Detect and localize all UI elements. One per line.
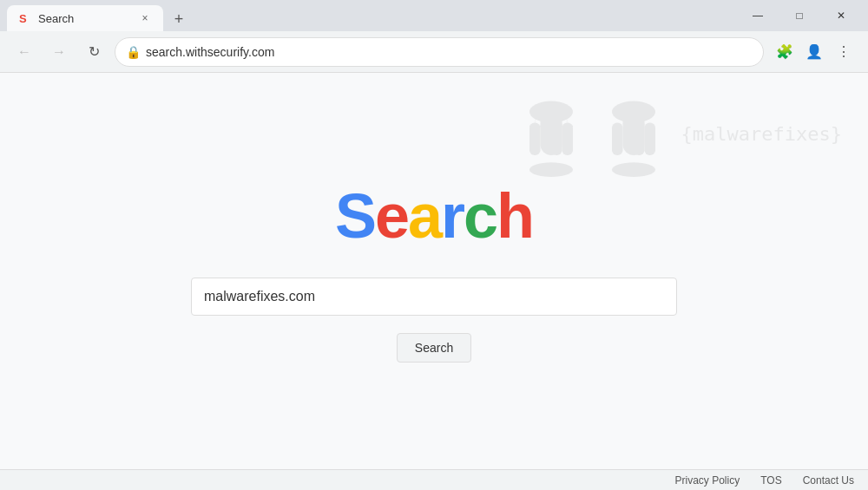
svg-rect-15 [634,119,645,155]
logo-letter-a: a [408,181,441,251]
svg-rect-3 [529,123,541,156]
logo-letter-h: h [496,181,533,251]
forward-icon: → [52,44,66,60]
svg-rect-4 [562,123,573,156]
svg-text:S: S [19,12,27,25]
tos-link[interactable]: TOS [760,474,781,487]
watermark: {malwarefixes} [512,90,842,177]
back-button[interactable]: ← [10,38,38,66]
svg-rect-12 [622,112,644,155]
account-button[interactable]: 👤 [800,38,828,66]
svg-point-16 [612,162,655,177]
page-content: {malwarefixes} Search Search [0,73,868,469]
new-tab-button[interactable]: + [167,7,191,31]
browser-tab[interactable]: S Search × [7,5,163,31]
hand-icon-left [512,90,590,177]
extensions-button[interactable]: 🧩 [771,38,799,66]
search-logo: Search [335,180,533,252]
logo-letter-s: S [335,181,375,251]
maximize-button[interactable]: □ [779,2,819,29]
minimize-button[interactable]: — [738,2,778,29]
extensions-icon: 🧩 [776,43,793,60]
svg-rect-2 [540,112,562,155]
watermark-text: {malwarefixes} [681,123,842,145]
tab-favicon: S [17,11,31,25]
logo-letter-c: c [464,181,496,251]
address-bar[interactable]: 🔒 search.withsecurify.com [115,37,764,67]
browser-toolbar: ← → ↻ 🔒 search.withsecurify.com 🧩 👤 ⋮ [0,31,868,73]
tab-close-button[interactable]: × [137,10,153,26]
svg-point-1 [529,101,573,123]
tab-title: Search [38,12,130,25]
forward-button[interactable]: → [45,38,73,66]
logo-letter-r: r [441,181,464,251]
search-button[interactable]: Search [397,333,471,363]
title-bar: S Search × + — □ ✕ [0,0,868,31]
svg-rect-13 [612,123,623,156]
refresh-button[interactable]: ↻ [80,38,108,66]
tab-area: S Search × + [7,0,727,31]
back-icon: ← [17,44,31,60]
svg-point-6 [529,162,573,177]
svg-point-11 [612,101,655,123]
watermark-hands [512,90,673,177]
close-window-button[interactable]: ✕ [821,2,861,29]
account-icon: 👤 [806,43,823,60]
contact-us-link[interactable]: Contact Us [803,474,854,487]
svg-rect-14 [644,123,655,156]
window-controls: — □ ✕ [738,2,861,29]
menu-button[interactable]: ⋮ [830,38,858,66]
status-bar: Privacy Policy TOS Contact Us [0,469,868,490]
toolbar-actions: 🧩 👤 ⋮ [771,38,858,66]
menu-icon: ⋮ [837,43,851,60]
search-input-wrap [191,278,677,316]
logo-letter-e: e [375,181,408,251]
refresh-icon: ↻ [89,43,100,60]
privacy-policy-link[interactable]: Privacy Policy [675,474,740,487]
lock-icon: 🔒 [126,45,141,59]
search-input[interactable] [191,278,677,316]
svg-rect-5 [551,119,562,155]
hand-icon-right [595,90,673,177]
address-text: search.withsecurify.com [146,45,753,59]
